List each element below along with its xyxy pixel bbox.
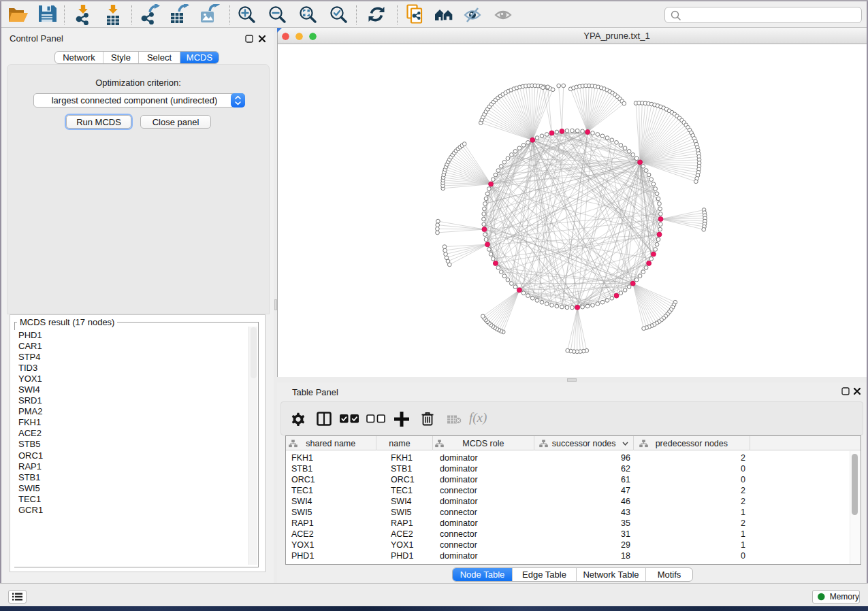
svg-text:f(x): f(x) — [469, 411, 487, 425]
